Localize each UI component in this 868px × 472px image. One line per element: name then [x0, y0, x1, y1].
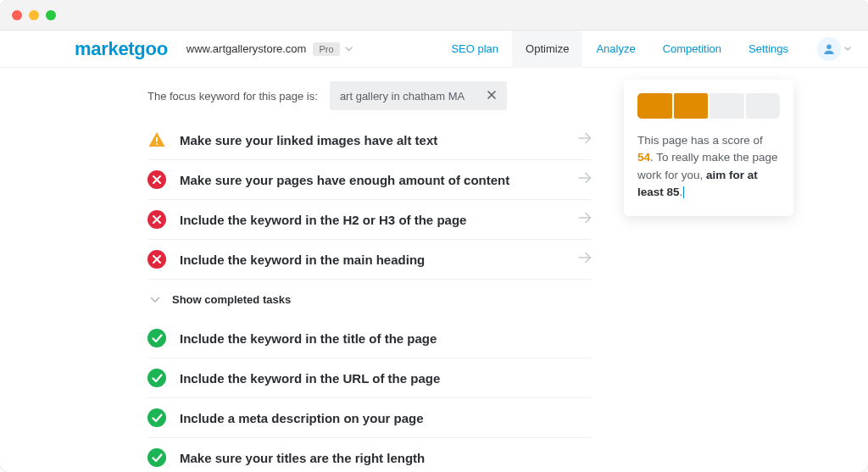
task-row[interactable]: Include the keyword in the H2 or H3 of t… — [147, 199, 592, 239]
error-icon — [147, 170, 166, 189]
task-row[interactable]: Include the keyword in the title of the … — [147, 319, 592, 358]
window-minimize-icon[interactable] — [29, 10, 39, 20]
task-row[interactable]: Make sure your pages have enough amount … — [147, 159, 592, 199]
check-icon — [147, 329, 166, 347]
score-meter — [637, 93, 780, 119]
task-row[interactable]: Include a meta description on your page — [147, 397, 592, 437]
pro-badge: Pro — [313, 42, 339, 56]
show-completed-label: Show completed tasks — [172, 293, 291, 306]
score-text: This page has a score of 54. To really m… — [637, 132, 780, 201]
error-icon — [147, 250, 166, 269]
task-label: Make sure your titles are the right leng… — [180, 451, 592, 465]
nav-optimize[interactable]: Optimize — [512, 31, 582, 68]
avatar[interactable] — [817, 37, 841, 61]
app-header: marketgoo www.artgallerystore.com Pro SE… — [0, 31, 868, 68]
check-icon — [147, 448, 166, 467]
task-label: Include the keyword in the H2 or H3 of t… — [180, 213, 578, 227]
pending-tasks-list: Make sure your linked images have alt te… — [147, 120, 592, 279]
check-icon — [147, 369, 166, 387]
warning-icon — [147, 130, 166, 149]
check-icon — [147, 408, 166, 427]
task-row[interactable]: Make sure your linked images have alt te… — [147, 120, 592, 159]
score-block — [674, 93, 709, 119]
chevron-down-icon — [150, 292, 160, 307]
task-row[interactable]: Include the keyword in the URL of the pa… — [147, 358, 592, 397]
focus-keyword-input[interactable]: art gallery in chatham MA — [330, 81, 507, 110]
nav-settings[interactable]: Settings — [735, 31, 802, 68]
nav-competition[interactable]: Competition — [649, 31, 735, 68]
site-domain: www.artgallerystore.com — [186, 42, 307, 55]
svg-rect-1 — [156, 137, 158, 142]
focus-keyword-label: The focus keyword for this page is: — [147, 90, 318, 103]
nav-seo-plan[interactable]: SEO plan — [437, 31, 512, 68]
arrow-right-icon — [578, 132, 592, 147]
window-maximize-icon[interactable] — [46, 10, 56, 20]
task-label: Make sure your linked images have alt te… — [180, 133, 578, 147]
focus-keyword-value: art gallery in chatham MA — [340, 90, 465, 103]
svg-point-0 — [826, 44, 832, 49]
score-value: 54 — [637, 151, 650, 164]
score-card: This page has a score of 54. To really m… — [624, 80, 793, 216]
chevron-down-icon[interactable] — [345, 44, 353, 53]
score-block — [709, 93, 744, 119]
completed-tasks-list: Include the keyword in the title of the … — [147, 319, 592, 472]
arrow-right-icon — [578, 212, 592, 227]
score-block — [637, 93, 672, 119]
task-row[interactable]: Include the keyword in the main heading — [147, 239, 592, 279]
error-icon — [147, 210, 166, 229]
focus-keyword-row: The focus keyword for this page is: art … — [147, 78, 592, 120]
browser-frame: marketgoo www.artgallerystore.com Pro SE… — [0, 0, 868, 472]
svg-point-2 — [156, 143, 158, 145]
arrow-right-icon — [578, 252, 592, 267]
window-close-icon[interactable] — [12, 10, 22, 20]
chevron-down-icon[interactable] — [844, 45, 851, 53]
score-block — [746, 93, 781, 119]
logo[interactable]: marketgoo — [75, 38, 168, 60]
task-label: Include the keyword in the main heading — [180, 253, 578, 267]
close-icon[interactable] — [487, 88, 497, 103]
task-label: Make sure your pages have enough amount … — [180, 173, 578, 187]
task-label: Include a meta description on your page — [180, 411, 592, 425]
show-completed-toggle[interactable]: Show completed tasks — [147, 279, 592, 319]
main-column: The focus keyword for this page is: art … — [147, 78, 592, 472]
content: The focus keyword for this page is: art … — [0, 68, 868, 472]
user-icon — [823, 43, 835, 55]
task-label: Include the keyword in the URL of the pa… — [180, 371, 592, 386]
browser-titlebar — [0, 0, 868, 31]
arrow-right-icon — [578, 172, 592, 187]
task-row[interactable]: Make sure your titles are the right leng… — [147, 437, 592, 472]
task-label: Include the keyword in the title of the … — [180, 331, 592, 346]
text-cursor — [683, 186, 684, 198]
nav-analyze[interactable]: Analyze — [582, 31, 648, 68]
